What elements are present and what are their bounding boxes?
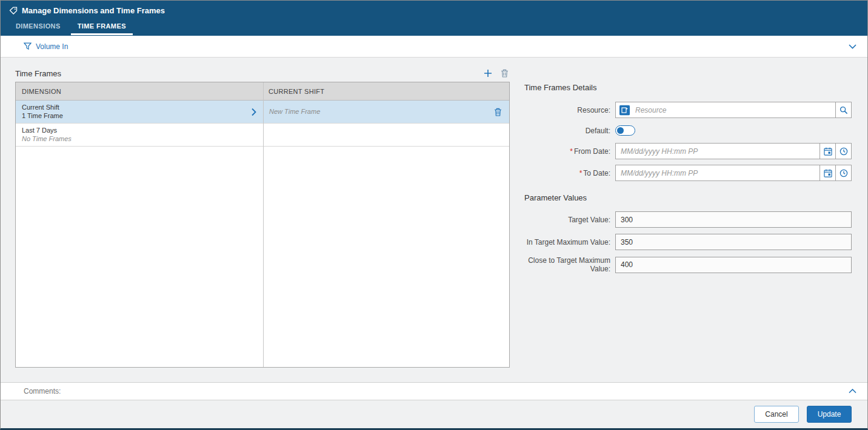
chevron-right-icon[interactable] (252, 108, 256, 116)
target-value-label: Target Value: (524, 216, 615, 224)
delete-time-frame-icon[interactable] (501, 69, 509, 78)
tab-bar: DIMENSIONS TIME FRAMES (9, 19, 859, 35)
to-date-label: *To Date: (524, 169, 615, 177)
time-frames-title: Time Frames (15, 69, 61, 78)
app-header: Manage Dimensions and Time Frames DIMENS… (1, 1, 867, 36)
table-row[interactable]: Current Shift 1 Time Frame New Time Fram… (16, 101, 509, 124)
manage-dimensions-window: Manage Dimensions and Time Frames DIMENS… (0, 0, 868, 430)
in-target-max-input[interactable] (615, 234, 852, 250)
in-target-max-label: In Target Maximum Value: (524, 238, 615, 246)
dimension-name: Current Shift (22, 103, 256, 111)
dimension-cell[interactable]: Current Shift 1 Time Frame (16, 101, 262, 123)
resource-label: Resource: (524, 106, 615, 114)
tab-time-frames[interactable]: TIME FRAMES (71, 19, 133, 35)
chevron-up-icon[interactable] (849, 389, 856, 394)
to-date-clock-button[interactable] (835, 165, 852, 181)
tab-dimensions[interactable]: DIMENSIONS (9, 19, 67, 35)
column-header-dimension: DIMENSION (16, 82, 262, 100)
time-frames-panel-head: Time Frames (15, 65, 510, 82)
parameter-values-title: Parameter Values (524, 193, 852, 202)
target-value-row: Target Value: (524, 211, 852, 228)
default-row: Default: (524, 125, 852, 136)
content-area: Time Frames DIMENSION CURRENT S (1, 58, 867, 382)
resource-row: Resource: (524, 102, 852, 118)
toggle-knob (617, 127, 624, 134)
resource-input[interactable] (615, 102, 836, 118)
time-frames-panel: Time Frames DIMENSION CURRENT S (15, 65, 510, 382)
from-date-clock-button[interactable] (835, 143, 852, 159)
table-row[interactable]: Last 7 Days No Time Frames (16, 124, 509, 147)
time-frame-name: New Time Frame (269, 108, 320, 115)
close-to-target-max-row: Close to Target Maximum Value: (524, 256, 852, 273)
resource-search-button[interactable] (835, 102, 852, 118)
details-title: Time Frames Details (524, 83, 852, 92)
close-to-target-max-label: Close to Target Maximum Value: (524, 256, 615, 273)
column-divider (263, 82, 264, 367)
from-date-control (615, 143, 852, 159)
time-frame-cell[interactable]: New Time Frame (262, 101, 509, 123)
to-date-calendar-button[interactable] (820, 165, 836, 181)
from-date-calendar-button[interactable] (820, 143, 836, 159)
to-date-control (615, 165, 852, 181)
time-frames-details-panel: Time Frames Details Resource: (524, 65, 852, 382)
dimension-cell[interactable]: Last 7 Days No Time Frames (16, 124, 262, 146)
footer-bar: Cancel Update (1, 400, 867, 428)
update-button[interactable]: Update (807, 406, 852, 423)
target-value-input[interactable] (615, 211, 852, 228)
resource-icon (619, 105, 630, 115)
column-header-current-shift: CURRENT SHIFT (262, 82, 509, 100)
table-header-row: DIMENSION CURRENT SHIFT (16, 82, 509, 101)
chevron-down-icon[interactable] (849, 44, 856, 49)
required-asterisk: * (579, 169, 583, 177)
dimension-summary: 1 Time Frame (22, 111, 256, 120)
comments-bar: Comments: (1, 382, 867, 400)
in-target-max-row: In Target Maximum Value: (524, 234, 852, 250)
default-label: Default: (524, 127, 615, 135)
time-frames-toolbar (484, 69, 510, 78)
page-title-row: Manage Dimensions and Time Frames (9, 6, 859, 15)
filter-bar: Volume In (1, 36, 867, 58)
page-title: Manage Dimensions and Time Frames (22, 6, 165, 15)
add-time-frame-icon[interactable] (484, 69, 492, 78)
to-date-row: *To Date: (524, 165, 852, 181)
from-date-input[interactable] (615, 143, 820, 159)
close-to-target-max-input[interactable] (615, 257, 852, 273)
time-frame-cell[interactable] (262, 124, 509, 146)
from-date-row: *From Date: (524, 143, 852, 159)
dimension-summary: No Time Frames (22, 134, 256, 143)
comments-label: Comments: (24, 387, 61, 395)
dimension-name: Last 7 Days (22, 126, 256, 134)
required-asterisk: * (570, 147, 573, 156)
cancel-button[interactable]: Cancel (754, 406, 799, 423)
from-date-label: *From Date: (524, 147, 615, 156)
resource-control (615, 102, 852, 118)
default-toggle[interactable] (615, 125, 635, 136)
row-delete-icon[interactable] (494, 108, 502, 116)
to-date-input[interactable] (615, 165, 820, 181)
funnel-icon (24, 42, 32, 50)
filter-label: Volume In (36, 42, 68, 51)
manage-icon (9, 7, 18, 15)
time-frames-table: DIMENSION CURRENT SHIFT Current Shift 1 … (15, 82, 510, 368)
